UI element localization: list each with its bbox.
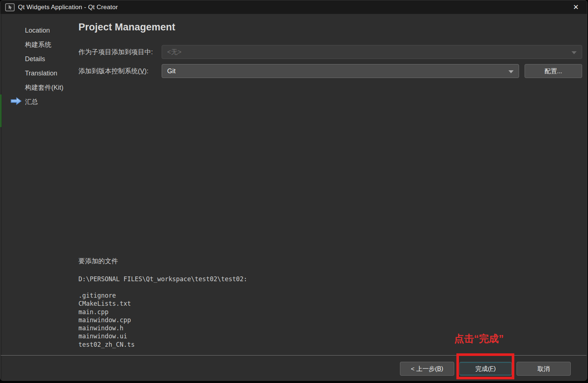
sidebar-item-location[interactable]: Location [25, 25, 50, 36]
back-button[interactable]: < 上一步(B) [400, 362, 454, 376]
configure-button[interactable]: 配置... [525, 64, 582, 78]
dropdown-arrow-icon [508, 70, 514, 73]
green-edge-accent [0, 94, 1, 127]
file-item: CMakeLists.txt [78, 300, 135, 308]
file-item: mainwindow.h [78, 324, 135, 332]
annotation-click-finish: 点击“完成” [454, 332, 504, 345]
project-path: D:\PERSONAL FILES\Qt_workspace\test02\te… [78, 275, 247, 283]
file-list: .gitignore CMakeLists.txt main.cpp mainw… [78, 291, 135, 349]
subproject-label: 作为子项目添加到项目中: [78, 45, 153, 59]
cancel-button[interactable]: 取消 [517, 362, 571, 376]
dropdown-arrow-icon [572, 51, 577, 54]
window-title: Qt Widgets Application - Qt Creator [18, 4, 118, 11]
sidebar-item-summary[interactable]: 汇总 [25, 97, 38, 107]
vcs-combobox[interactable]: Git [162, 64, 519, 78]
red-highlight-box [456, 353, 514, 379]
file-item: test02_zh_CN.ts [78, 341, 135, 349]
sidebar-item-translation[interactable]: Translation [25, 68, 57, 78]
subproject-value: <无> [167, 48, 181, 56]
wizard-dialog: Qt Widgets Application - Qt Creator ✕ Lo… [0, 0, 587, 381]
file-item: .gitignore [78, 291, 135, 300]
subproject-combobox: <无> [162, 45, 582, 59]
sidebar-item-kits[interactable]: 构建套件(Kit) [25, 82, 63, 93]
app-icon [5, 3, 15, 11]
close-button[interactable]: ✕ [568, 0, 584, 14]
sidebar-item-details[interactable]: Details [25, 54, 45, 64]
files-heading: 要添加的文件 [78, 257, 118, 265]
file-item: main.cpp [78, 308, 135, 316]
vcs-value: Git [167, 67, 176, 75]
window-titlebar: Qt Widgets Application - Qt Creator ✕ [0, 0, 587, 14]
close-icon: ✕ [573, 3, 579, 11]
vcs-label: 添加到版本控制系统(V): [78, 64, 148, 78]
window-left-border [0, 14, 2, 380]
file-item: mainwindow.ui [78, 332, 135, 340]
sidebar-item-build-system[interactable]: 构建系统 [25, 40, 51, 50]
current-step-arrow-icon [10, 97, 22, 105]
cursor-icon [7, 5, 12, 10]
file-item: mainwindow.cpp [78, 316, 135, 324]
page-title: Project Management [78, 22, 175, 33]
